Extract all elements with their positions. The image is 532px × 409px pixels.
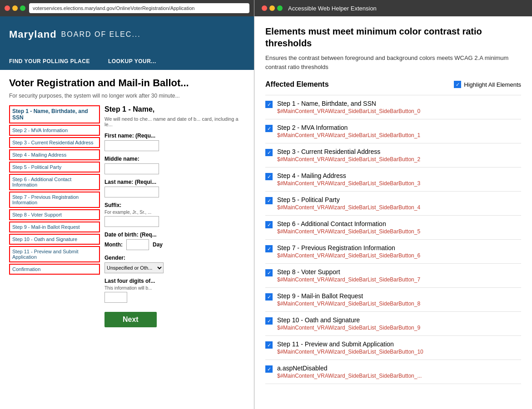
element-checkbox-7[interactable]: ✓ [265, 269, 273, 276]
nav-polling-place[interactable]: FIND YOUR POLLING PLACE [9, 58, 90, 64]
address-bar[interactable]: voterservices.elections.maryland.gov/Onl… [29, 3, 249, 13]
element-item-9[interactable]: ✓ Step 10 - Oath and Signature $#MainCon… [265, 311, 521, 335]
browser-traffic-lights [5, 5, 25, 11]
dob-label: Date of birth: (Req... [104, 232, 245, 238]
minimize-icon[interactable] [12, 5, 18, 11]
extension-title: Accessible Web Helper Extension [288, 5, 377, 12]
element-item-10[interactable]: ✓ Step 11 - Preview and Submit Applicati… [265, 335, 521, 360]
element-checkbox-2[interactable]: ✓ [265, 149, 273, 156]
sidebar-item-3[interactable]: Step 4 - Mailing Address [9, 149, 100, 160]
gender-select[interactable]: Unspecified or Oth... [104, 262, 164, 273]
maximize-icon[interactable] [20, 5, 25, 11]
element-item-8[interactable]: ✓ Step 9 - Mail-in Ballot Request $#Main… [265, 287, 521, 311]
nav-lookup[interactable]: LOOKUP YOUR... [108, 58, 156, 64]
wizard-sidebar: Step 1 - Name, Birthdate, and SSNStep 2 … [9, 105, 100, 403]
sidebar-item-2[interactable]: Step 3 - Current Residential Address [9, 137, 100, 148]
element-id-7: $#MainContent_VRAWizard_SideBarList_Side… [277, 276, 521, 283]
ssn-group: Last four digits of... This information … [104, 278, 245, 303]
element-name-4: Step 5 - Political Party [277, 196, 521, 203]
suffix-input[interactable] [104, 216, 159, 227]
element-checkbox-4[interactable]: ✓ [265, 197, 273, 204]
header-title: Maryland [9, 29, 57, 40]
ssn-input[interactable] [104, 292, 127, 303]
element-item-6[interactable]: ✓ Step 7 - Previous Registration Informa… [265, 239, 521, 263]
middle-name-input[interactable] [104, 163, 159, 174]
sidebar-item-11[interactable]: Confirmation [9, 264, 100, 275]
element-info-9: Step 10 - Oath and Signature $#MainConte… [277, 316, 521, 331]
element-list: ✓ Step 1 - Name, Birthdate, and SSN $#Ma… [265, 95, 521, 384]
element-info-0: Step 1 - Name, Birthdate, and SSN $#Main… [277, 100, 521, 114]
last-name-input[interactable] [104, 187, 159, 197]
sidebar-item-4[interactable]: Step 5 - Political Party [9, 162, 100, 172]
element-checkbox-6[interactable]: ✓ [265, 245, 273, 252]
element-name-9: Step 10 - Oath and Signature [277, 316, 521, 324]
element-checkbox-0[interactable]: ✓ [265, 101, 273, 108]
element-item-5[interactable]: ✓ Step 6 - Additional Contact Informatio… [265, 215, 521, 239]
element-item-2[interactable]: ✓ Step 3 - Current Residential Address $… [265, 143, 521, 167]
ext-minimize-icon[interactable] [269, 5, 275, 11]
element-name-3: Step 4 - Mailing Address [277, 172, 521, 179]
sidebar-item-6[interactable]: Step 7 - Previous Registration Informati… [9, 192, 100, 208]
rule-title: Elements must meet minimum color contras… [265, 25, 521, 49]
sidebar-item-10[interactable]: Step 11 - Preview and Submit Application [9, 246, 100, 262]
affected-header: Affected Elements ✓ Highlight All Elemen… [265, 80, 521, 89]
element-checkbox-1[interactable]: ✓ [265, 125, 273, 132]
highlight-all-control[interactable]: ✓ Highlight All Elements [454, 81, 521, 88]
element-item-0[interactable]: ✓ Step 1 - Name, Birthdate, and SSN $#Ma… [265, 95, 521, 119]
browser-window: voterservices.elections.maryland.gov/Onl… [0, 0, 254, 409]
site-header: Maryland BOARD OF ELEC... [0, 16, 254, 53]
gender-group: Gender: Unspecified or Oth... [104, 255, 245, 273]
element-checkbox-10[interactable]: ✓ [265, 341, 273, 349]
page-title: Voter Registration and Mail-in Ballot... [9, 77, 245, 89]
element-item-3[interactable]: ✓ Step 4 - Mailing Address $#MainContent… [265, 167, 521, 191]
element-name-5: Step 6 - Additional Contact Information [277, 220, 521, 227]
month-input[interactable] [126, 239, 149, 250]
first-name-input[interactable] [104, 140, 159, 151]
navigation-bar: FIND YOUR POLLING PLACE LOOKUP YOUR... [0, 53, 254, 70]
close-icon[interactable] [5, 5, 10, 11]
element-id-4: $#MainContent_VRAWizard_SideBarList_Side… [277, 204, 521, 211]
element-id-0: $#MainContent_VRAWizard_SideBarList_Side… [277, 108, 521, 114]
element-checkbox-3[interactable]: ✓ [265, 173, 273, 180]
sidebar-item-5[interactable]: Step 6 - Additional Contact Information [9, 174, 100, 190]
extension-titlebar: Accessible Web Helper Extension [254, 0, 532, 16]
suffix-group: Suffix: For example, Jr., Sr., ... [104, 202, 245, 227]
ext-close-icon[interactable] [262, 5, 267, 11]
element-info-8: Step 9 - Mail-in Ballot Request $#MainCo… [277, 292, 521, 307]
sidebar-item-0[interactable]: Step 1 - Name, Birthdate, and SSN [9, 105, 100, 123]
gender-label: Gender: [104, 255, 245, 261]
element-item-1[interactable]: ✓ Step 2 - MVA Information $#MainContent… [265, 119, 521, 143]
browser-chrome: voterservices.elections.maryland.gov/Onl… [0, 0, 254, 16]
element-checkbox-8[interactable]: ✓ [265, 293, 273, 301]
element-checkbox-5[interactable]: ✓ [265, 221, 273, 228]
sidebar-item-9[interactable]: Step 10 - Oath and Signature [9, 234, 100, 245]
element-item-4[interactable]: ✓ Step 5 - Political Party $#MainContent… [265, 191, 521, 215]
element-id-1: $#MainContent_VRAWizard_SideBarList_Side… [277, 132, 521, 138]
element-name-10: Step 11 - Preview and Submit Application [277, 340, 521, 348]
element-name-1: Step 2 - MVA Information [277, 124, 521, 131]
ext-maximize-icon[interactable] [277, 5, 283, 11]
sidebar-item-7[interactable]: Step 8 - Voter Support [9, 209, 100, 220]
element-id-8: $#MainContent_VRAWizard_SideBarList_Side… [277, 301, 521, 307]
element-info-2: Step 3 - Current Residential Address $#M… [277, 148, 521, 163]
next-button[interactable]: Next [104, 312, 157, 327]
highlight-all-label: Highlight All Elements [464, 81, 521, 88]
sidebar-item-8[interactable]: Step 9 - Mail-in Ballot Request [9, 222, 100, 232]
element-checkbox-9[interactable]: ✓ [265, 317, 273, 325]
element-info-7: Step 8 - Voter Support $#MainContent_VRA… [277, 268, 521, 283]
highlight-all-checkbox[interactable]: ✓ [454, 81, 461, 88]
page-content: Voter Registration and Mail-in Ballot...… [0, 70, 254, 409]
element-name-6: Step 7 - Previous Registration Informati… [277, 244, 521, 251]
element-checkbox-11[interactable]: ✓ [265, 365, 273, 373]
ssn-label: Last four digits of... [104, 278, 245, 284]
wizard-layout: Step 1 - Name, Birthdate, and SSNStep 2 … [9, 105, 245, 403]
element-item-7[interactable]: ✓ Step 8 - Voter Support $#MainContent_V… [265, 263, 521, 287]
element-info-4: Step 5 - Political Party $#MainContent_V… [277, 196, 521, 211]
sidebar-item-1[interactable]: Step 2 - MVA Information [9, 125, 100, 136]
element-info-6: Step 7 - Previous Registration Informati… [277, 244, 521, 259]
webpage: Maryland BOARD OF ELEC... FIND YOUR POLL… [0, 16, 254, 409]
element-info-1: Step 2 - MVA Information $#MainContent_V… [277, 124, 521, 138]
first-name-label: First name: (Requ... [104, 133, 245, 139]
url-text: voterservices.elections.maryland.gov/Onl… [33, 5, 194, 11]
element-item-11[interactable]: ✓ a.aspNetDisabled $#MainContent_VRAWiza… [265, 360, 521, 384]
